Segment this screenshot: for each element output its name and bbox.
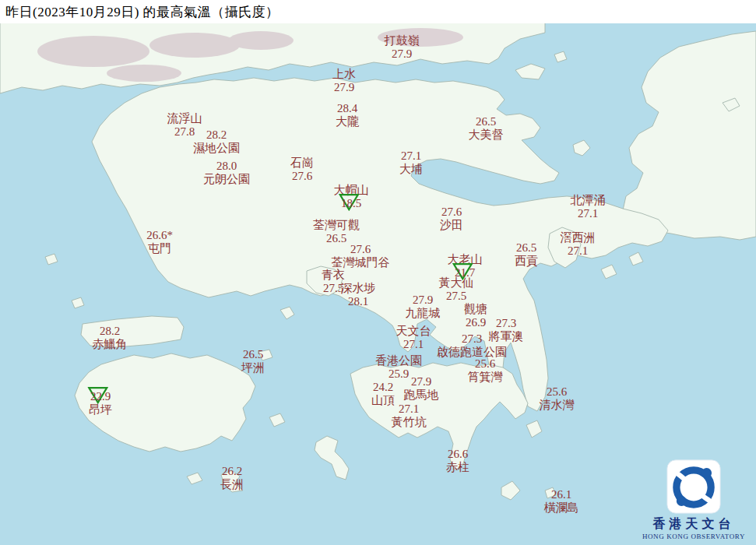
- title-bar: 昨日(2023年10月29日) 的最高氣溫（攝氏度）: [0, 0, 756, 23]
- hko-emblem-icon: [666, 459, 722, 515]
- urban-patch: [107, 65, 181, 82]
- urban-patch: [378, 28, 463, 47]
- urban-patch: [37, 36, 149, 67]
- hko-name-zh: 香港天文台: [652, 516, 734, 533]
- urban-patch: [228, 31, 294, 50]
- hko-name-en: HONG KONG OBSERVATORY: [642, 533, 745, 540]
- page-title: 昨日(2023年10月29日) 的最高氣溫（攝氏度）: [0, 3, 280, 21]
- urban-patch: [149, 33, 240, 58]
- hko-logo: 香港天文台 HONG KONG OBSERVATORY: [642, 459, 745, 540]
